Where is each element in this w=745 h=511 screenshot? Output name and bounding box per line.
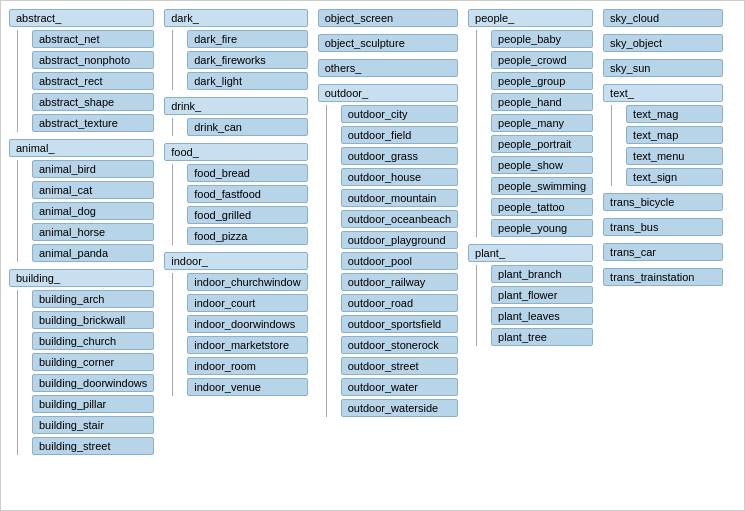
tag-outdoor_field[interactable]: outdoor_field: [341, 126, 458, 144]
tag-outdoor_water[interactable]: outdoor_water: [341, 378, 458, 396]
tag-outdoor_oceanbeach[interactable]: outdoor_oceanbeach: [341, 210, 458, 228]
tag-abstract_net[interactable]: abstract_net: [32, 30, 154, 48]
tag-indoor_marketstore[interactable]: indoor_marketstore: [187, 336, 307, 354]
tag-indoor_court[interactable]: indoor_court: [187, 294, 307, 312]
group-block: text_text_magtext_maptext_menutext_sign: [603, 84, 723, 186]
group-block: drink_drink_can: [164, 97, 307, 136]
tag-sky_cloud[interactable]: sky_cloud: [603, 9, 723, 27]
tag-people_baby[interactable]: people_baby: [491, 30, 593, 48]
tag-people_crowd[interactable]: people_crowd: [491, 51, 593, 69]
child-group: animal_birdanimal_catanimal_doganimal_ho…: [17, 160, 154, 262]
tag-animal_horse[interactable]: animal_horse: [32, 223, 154, 241]
tag-object_screen[interactable]: object_screen: [318, 9, 458, 27]
tag-abstract_shape[interactable]: abstract_shape: [32, 93, 154, 111]
tag-building_pillar[interactable]: building_pillar: [32, 395, 154, 413]
tag-food_grilled[interactable]: food_grilled: [187, 206, 307, 224]
tag-outdoor_mountain[interactable]: outdoor_mountain: [341, 189, 458, 207]
tag-building_corner[interactable]: building_corner: [32, 353, 154, 371]
tag-people_many[interactable]: people_many: [491, 114, 593, 132]
tag-text_menu[interactable]: text_menu: [626, 147, 723, 165]
tag-parent-drink_[interactable]: drink_: [164, 97, 307, 115]
group-block: sky_object: [603, 34, 723, 52]
tag-text_sign[interactable]: text_sign: [626, 168, 723, 186]
tag-building_arch[interactable]: building_arch: [32, 290, 154, 308]
tag-food_fastfood[interactable]: food_fastfood: [187, 185, 307, 203]
tag-plant_leaves[interactable]: plant_leaves: [491, 307, 593, 325]
tag-abstract_rect[interactable]: abstract_rect: [32, 72, 154, 90]
tag-people_tattoo[interactable]: people_tattoo: [491, 198, 593, 216]
tag-parent-building_[interactable]: building_: [9, 269, 154, 287]
tag-building_doorwindows[interactable]: building_doorwindows: [32, 374, 154, 392]
tag-people_show[interactable]: people_show: [491, 156, 593, 174]
tag-outdoor_city[interactable]: outdoor_city: [341, 105, 458, 123]
group-block: sky_sun: [603, 59, 723, 77]
tag-indoor_churchwindow[interactable]: indoor_churchwindow: [187, 273, 307, 291]
group-block: trans_bicycle: [603, 193, 723, 211]
tag-dark_light[interactable]: dark_light: [187, 72, 307, 90]
tag-abstract_nonphoto[interactable]: abstract_nonphoto: [32, 51, 154, 69]
tag-parent-plant_[interactable]: plant_: [468, 244, 593, 262]
tag-outdoor_street[interactable]: outdoor_street: [341, 357, 458, 375]
tag-plant_branch[interactable]: plant_branch: [491, 265, 593, 283]
tag-outdoor_road[interactable]: outdoor_road: [341, 294, 458, 312]
tag-building_brickwall[interactable]: building_brickwall: [32, 311, 154, 329]
group-block: trans_bus: [603, 218, 723, 236]
tag-building_church[interactable]: building_church: [32, 332, 154, 350]
tag-dark_fire[interactable]: dark_fire: [187, 30, 307, 48]
tag-animal_bird[interactable]: animal_bird: [32, 160, 154, 178]
tag-trans_car[interactable]: trans_car: [603, 243, 723, 261]
tag-parent-abstract_[interactable]: abstract_: [9, 9, 154, 27]
tag-sky_sun[interactable]: sky_sun: [603, 59, 723, 77]
group-block: abstract_abstract_netabstract_nonphotoab…: [9, 9, 154, 132]
tag-object_sculpture[interactable]: object_sculpture: [318, 34, 458, 52]
tag-animal_dog[interactable]: animal_dog: [32, 202, 154, 220]
tag-people_hand[interactable]: people_hand: [491, 93, 593, 111]
child-group: drink_can: [172, 118, 307, 136]
tag-text_map[interactable]: text_map: [626, 126, 723, 144]
tag-parent-animal_[interactable]: animal_: [9, 139, 154, 157]
tag-outdoor_waterside[interactable]: outdoor_waterside: [341, 399, 458, 417]
tag-outdoor_stonerock[interactable]: outdoor_stonerock: [341, 336, 458, 354]
tag-trans_trainstation[interactable]: trans_trainstation: [603, 268, 723, 286]
tag-outdoor_house[interactable]: outdoor_house: [341, 168, 458, 186]
tag-people_young[interactable]: people_young: [491, 219, 593, 237]
tag-animal_panda[interactable]: animal_panda: [32, 244, 154, 262]
tag-abstract_texture[interactable]: abstract_texture: [32, 114, 154, 132]
tag-outdoor_sportsfield[interactable]: outdoor_sportsfield: [341, 315, 458, 333]
tag-parent-dark_[interactable]: dark_: [164, 9, 307, 27]
tag-parent-people_[interactable]: people_: [468, 9, 593, 27]
child-group: people_babypeople_crowdpeople_grouppeopl…: [476, 30, 593, 237]
tag-text_mag[interactable]: text_mag: [626, 105, 723, 123]
tag-building_street[interactable]: building_street: [32, 437, 154, 455]
tag-indoor_venue[interactable]: indoor_venue: [187, 378, 307, 396]
column-col3: object_screenobject_sculptureothers_outd…: [318, 9, 458, 421]
tag-trans_bus[interactable]: trans_bus: [603, 218, 723, 236]
tag-parent-outdoor_[interactable]: outdoor_: [318, 84, 458, 102]
tag-people_swimming[interactable]: people_swimming: [491, 177, 593, 195]
tag-animal_cat[interactable]: animal_cat: [32, 181, 154, 199]
tag-parent-text_[interactable]: text_: [603, 84, 723, 102]
tag-building_stair[interactable]: building_stair: [32, 416, 154, 434]
child-group: indoor_churchwindowindoor_courtindoor_do…: [172, 273, 307, 396]
group-block: trans_car: [603, 243, 723, 261]
tag-food_bread[interactable]: food_bread: [187, 164, 307, 182]
tag-outdoor_railway[interactable]: outdoor_railway: [341, 273, 458, 291]
tag-parent-indoor_[interactable]: indoor_: [164, 252, 307, 270]
tag-food_pizza[interactable]: food_pizza: [187, 227, 307, 245]
tag-indoor_room[interactable]: indoor_room: [187, 357, 307, 375]
tag-parent-food_[interactable]: food_: [164, 143, 307, 161]
tag-outdoor_pool[interactable]: outdoor_pool: [341, 252, 458, 270]
tag-outdoor_grass[interactable]: outdoor_grass: [341, 147, 458, 165]
tag-drink_can[interactable]: drink_can: [187, 118, 307, 136]
tag-dark_fireworks[interactable]: dark_fireworks: [187, 51, 307, 69]
tag-people_portrait[interactable]: people_portrait: [491, 135, 593, 153]
tag-others_[interactable]: others_: [318, 59, 458, 77]
child-group: plant_branchplant_flowerplant_leavesplan…: [476, 265, 593, 346]
tag-plant_flower[interactable]: plant_flower: [491, 286, 593, 304]
tag-sky_object[interactable]: sky_object: [603, 34, 723, 52]
tag-people_group[interactable]: people_group: [491, 72, 593, 90]
tag-trans_bicycle[interactable]: trans_bicycle: [603, 193, 723, 211]
tag-indoor_doorwindows[interactable]: indoor_doorwindows: [187, 315, 307, 333]
tag-outdoor_playground[interactable]: outdoor_playground: [341, 231, 458, 249]
tag-plant_tree[interactable]: plant_tree: [491, 328, 593, 346]
